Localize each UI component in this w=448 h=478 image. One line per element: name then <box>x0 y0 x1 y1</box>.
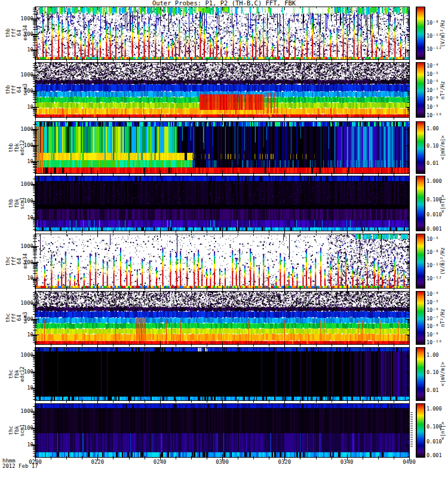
y-tick-label: 10 <box>16 442 33 448</box>
spectrogram-canvas <box>35 347 409 401</box>
y-tick-label: 1000 <box>16 300 33 306</box>
y-tick-label: 10 <box>16 385 33 391</box>
colorbar-unit: <|mV/m|> <box>438 347 447 401</box>
colorbar-tick-label: 0.10 <box>426 143 438 149</box>
colorbar-tick-label: 10⁻⁶ <box>426 79 438 85</box>
y-tick-label: 1000 <box>16 16 33 22</box>
colorbar-tick-label: 0.100 <box>426 197 442 203</box>
colorbar-tick-label: 10⁻⁵ <box>426 299 438 305</box>
spectrogram-panel-thc-fff-scm3: thc fff 64 scm3 nT²/Hz 10001001010⁻⁴10⁻⁵… <box>0 291 448 345</box>
colorbar-tick-label: 1.000 <box>426 406 442 412</box>
colorbar-tick-label: 10⁻⁶ <box>426 307 438 313</box>
colorbar-tick-label: 10⁻⁸ <box>426 249 438 255</box>
colorbar-tick-label: 10⁻⁸ <box>426 20 438 26</box>
y-tick-label: 100 <box>16 142 33 148</box>
colorbar-tick-label: 0.01 <box>426 387 438 393</box>
spectrogram-panel-thb-fff-scm3: thb fff 64 scm3 nT²/Hz 10001001010⁻⁴10⁻⁵… <box>0 62 448 118</box>
colorbar <box>416 176 425 231</box>
colorbar-tick-label: 0.010 <box>426 212 442 217</box>
colorbar-unit-text: (V/m)²/Hz <box>440 247 446 275</box>
x-tick-label: 0400 <box>403 459 416 465</box>
y-tick-label: 100 <box>16 88 33 94</box>
y-tick-label: 1000 <box>16 352 33 358</box>
colorbar-tick-label: 10⁻⁸ <box>426 96 438 102</box>
colorbar-tick-label: 1.00 <box>426 125 438 131</box>
spectrogram-canvas <box>35 403 409 458</box>
colorbar-tick-label: 10⁻¹⁰ <box>426 339 442 345</box>
spectrogram-panel-thb-fbk-scm1: thb fbk scm1 <|nT|> 1000100101.0000.1000… <box>0 176 448 231</box>
colorbar-tick-label: 10⁻¹² <box>426 275 442 281</box>
colorbar-tick-label: 1.00 <box>426 352 438 358</box>
spectrogram-panel-thb-fff-edc34: thb fff 64 edc34 (V/m)²/Hz 10001001010⁻⁸… <box>0 7 448 60</box>
x-tick-label: 0300 <box>216 459 229 465</box>
y-tick-label: 10 <box>16 47 33 53</box>
y-tick-label: 100 <box>16 425 33 431</box>
colorbar-tick-label: 0.10 <box>426 369 438 375</box>
colorbar-tick-label: 10⁻¹⁰ <box>426 33 442 39</box>
colorbar-tick-label: 0.010 <box>426 439 442 445</box>
colorbar-tick-label: 0.01 <box>426 160 438 166</box>
spectrogram-canvas <box>35 62 409 118</box>
plot-title: Outer Probes: P1, P2 (TH-B,C) FFT, FBK <box>0 0 448 7</box>
colorbar-tick-label: 0.001 <box>426 452 442 458</box>
colorbar <box>416 234 425 289</box>
colorbar-unit-text: nT²/Hz <box>440 81 446 99</box>
y-tick-label: 100 <box>16 316 33 322</box>
x-tick-label: 0340 <box>340 459 354 465</box>
colorbar-tick-label: 0.001 <box>426 226 442 232</box>
y-tick-label: 1000 <box>16 408 33 414</box>
x-tick-label: 0320 <box>278 459 291 465</box>
colorbar <box>416 403 425 458</box>
spectrogram-canvas <box>35 176 409 231</box>
colorbar-unit-text: <|mV/m|> <box>440 136 446 160</box>
y-tick-label: 1000 <box>16 243 33 249</box>
y-tick-label: 10 <box>16 215 33 220</box>
colorbar <box>416 121 425 174</box>
colorbar-tick-label: 10⁻⁷ <box>426 87 438 93</box>
y-tick-label: 10 <box>16 158 33 164</box>
colorbar-unit: <|mV/m|> <box>438 121 447 174</box>
plot-page: Outer Probes: P1, P2 (TH-B,C) FFT, FBK t… <box>0 0 448 478</box>
spectrogram-canvas <box>35 121 409 174</box>
spectrogram-panel-thc-fbk-edc12: thc fbk edc12 <|mV/m|> 1000100101.000.10… <box>0 347 448 401</box>
y-tick-label: 10 <box>16 332 33 338</box>
colorbar-tick-label: 10⁻⁸ <box>426 323 438 329</box>
colorbar-tick-label: 10⁻⁹ <box>426 104 438 110</box>
colorbar-tick-label: 10⁻¹⁰ <box>426 262 442 268</box>
colorbar <box>416 7 425 60</box>
y-tick-label: 100 <box>16 31 33 37</box>
colorbar-tick-label: 0.100 <box>426 424 442 430</box>
vertical-fine-print <box>410 412 413 447</box>
x-tick-label: 0240 <box>154 459 167 465</box>
colorbar-tick-label: 10⁻¹⁰ <box>426 112 442 118</box>
spectrogram-canvas <box>35 7 409 60</box>
spectrogram-panel-thb-fbk-edc12: thb fbk edc12 <|mV/m|> 1000100101.000.10… <box>0 121 448 174</box>
spectrogram-panel-thc-fff-edc34: thc fff 64 edc34 (V/m)²/Hz 10001001010⁻⁶… <box>0 234 448 289</box>
colorbar-unit: nT²/Hz <box>438 62 447 118</box>
spectrogram-canvas <box>35 291 409 345</box>
colorbar-tick-label: 10⁻⁴ <box>426 291 438 297</box>
y-tick-label: 10 <box>16 275 33 281</box>
colorbar-unit-text: <|mV/m|> <box>440 362 446 387</box>
colorbar-tick-label: 10⁻⁷ <box>426 315 438 321</box>
colorbar-unit-text: nT²/Hz <box>440 309 446 327</box>
y-tick-label: 1000 <box>16 126 33 132</box>
spectrogram-panel-thc-fbk-scm1: thc fbk scm1 <|nT|> 1000100101.0000.1000… <box>0 403 448 458</box>
x-tick-label: 0220 <box>91 459 104 465</box>
y-tick-label: 1000 <box>16 72 33 78</box>
colorbar-tick-label: 10⁻⁶ <box>426 236 438 242</box>
colorbar <box>416 291 425 345</box>
date-label: 2012 Feb 17 <box>2 463 38 469</box>
colorbar-tick-label: 10⁻¹² <box>426 46 442 52</box>
y-tick-label: 100 <box>16 198 33 204</box>
colorbar-tick-label: 1.000 <box>426 178 442 184</box>
colorbar-tick-label: 10⁻⁹ <box>426 332 438 338</box>
y-tick-label: 100 <box>16 259 33 265</box>
colorbar <box>416 347 425 401</box>
y-tick-label: 1000 <box>16 181 33 187</box>
colorbar-unit: nT²/Hz <box>438 291 447 345</box>
y-tick-label: 100 <box>16 369 33 375</box>
colorbar-tick-label: 10⁻⁴ <box>426 63 438 69</box>
y-tick-label: 10 <box>16 104 33 110</box>
colorbar-tick-label: 10⁻⁵ <box>426 71 438 77</box>
